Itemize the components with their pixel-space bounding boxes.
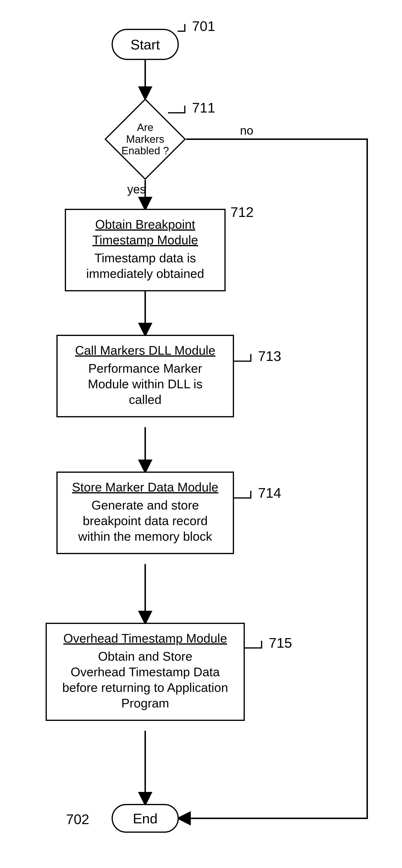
process-712-title: Obtain Breakpoint Timestamp Module	[72, 217, 219, 248]
process-715-body: Obtain and Store Overhead Timestamp Data…	[53, 649, 238, 711]
decision-line-2: Markers	[126, 133, 164, 145]
process-call-markers-dll: Call Markers DLL Module Performance Mark…	[56, 335, 234, 417]
ref-701: 701	[192, 18, 215, 34]
process-714-body: Generate and store breakpoint data recor…	[63, 497, 227, 544]
process-712-body: Timestamp data is immediately obtained	[72, 250, 219, 281]
process-715-title: Overhead Timestamp Module	[53, 631, 238, 646]
connectors-layer	[0, 0, 402, 868]
start-text: Start	[130, 36, 160, 53]
ref-715: 715	[269, 635, 292, 651]
start-node: Start	[112, 29, 179, 60]
decision-markers-enabled: Are Markers Enabled ?	[104, 98, 186, 180]
process-714-title: Store Marker Data Module	[63, 479, 227, 495]
decision-line-3: Enabled ?	[121, 145, 169, 156]
process-overhead-timestamp: Overhead Timestamp Module Obtain and Sto…	[45, 623, 245, 721]
decision-line-1: Are	[137, 122, 153, 133]
ref-714: 714	[258, 485, 281, 501]
ref-702: 702	[66, 811, 89, 827]
edge-label-no: no	[240, 124, 253, 137]
process-713-title: Call Markers DLL Module	[63, 343, 227, 358]
end-node: End	[112, 804, 179, 833]
end-text: End	[133, 810, 157, 827]
edge-label-yes: yes	[127, 182, 146, 196]
flowchart-canvas: Start 701 Are Markers Enabled ? 711 yes …	[0, 0, 402, 868]
ref-711: 711	[192, 100, 215, 116]
process-obtain-breakpoint-timestamp: Obtain Breakpoint Timestamp Module Times…	[65, 209, 226, 291]
decision-text: Are Markers Enabled ?	[104, 98, 186, 180]
process-store-marker-data: Store Marker Data Module Generate and st…	[56, 471, 234, 554]
ref-713: 713	[258, 348, 281, 364]
process-713-body: Performance Marker Module within DLL is …	[63, 361, 227, 407]
ref-712: 712	[230, 204, 254, 220]
